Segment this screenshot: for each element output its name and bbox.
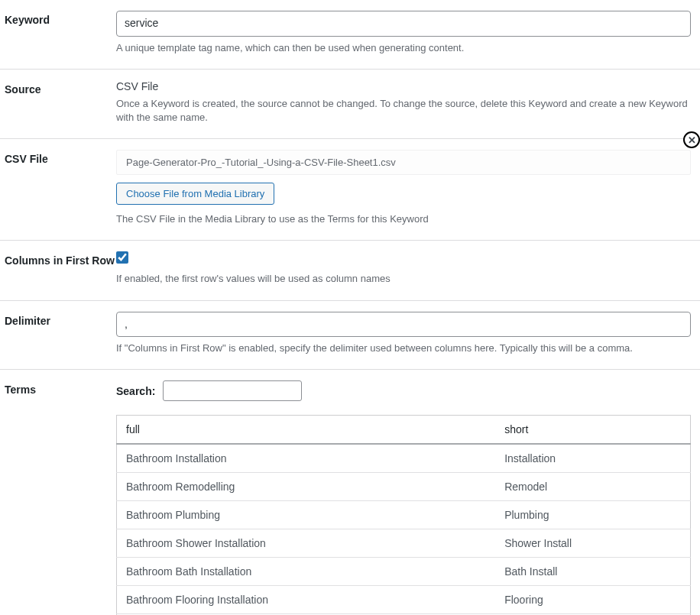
source-row: Source CSV File Once a Keyword is create… bbox=[0, 70, 700, 139]
term-short: Flooring bbox=[495, 586, 690, 614]
table-row: Bathroom InstallationInstallation bbox=[117, 444, 691, 473]
keyword-label: Keyword bbox=[5, 11, 116, 55]
term-full: Bathroom Bath Installation bbox=[117, 558, 496, 586]
csv-file-description: The CSV File in the Media Library to use… bbox=[116, 212, 691, 226]
term-full: Bathroom Installation bbox=[117, 444, 496, 473]
terms-table: full short Bathroom InstallationInstalla… bbox=[116, 415, 691, 615]
source-description: Once a Keyword is created, the source ca… bbox=[116, 97, 691, 125]
table-row: Bathroom RemodellingRemodel bbox=[117, 473, 691, 501]
source-value: CSV File bbox=[116, 80, 691, 92]
csv-file-row: CSV File Page-Generator-Pro_-Tutorial_-U… bbox=[0, 139, 700, 241]
delimiter-label: Delimiter bbox=[5, 312, 116, 356]
term-short: Shower Install bbox=[495, 529, 690, 558]
columns-first-row-description: If enabled, the first row's values will … bbox=[116, 272, 691, 286]
terms-label: Terms bbox=[5, 380, 116, 615]
terms-row: Terms Search: full short Bathroom Instal… bbox=[0, 370, 700, 615]
delimiter-description: If "Columns in First Row" is enabled, sp… bbox=[116, 341, 691, 355]
keyword-input[interactable] bbox=[116, 11, 691, 37]
keyword-description: A unique template tag name, which can th… bbox=[116, 41, 691, 55]
terms-search-input[interactable] bbox=[163, 380, 302, 401]
term-full: Bathroom Shower Installation bbox=[117, 529, 496, 558]
columns-first-row-checkbox[interactable] bbox=[116, 251, 128, 264]
table-row: Bathroom Bath InstallationBath Install bbox=[117, 558, 691, 586]
csv-file-label: CSV File bbox=[5, 150, 116, 226]
term-short: Bath Install bbox=[495, 558, 690, 586]
source-label: Source bbox=[5, 80, 116, 125]
term-full: Bathroom Flooring Installation bbox=[117, 586, 496, 614]
term-short: Installation bbox=[495, 444, 690, 473]
terms-header-full[interactable]: full bbox=[117, 416, 496, 445]
terms-search-label: Search: bbox=[116, 385, 155, 397]
term-short: Plumbing bbox=[495, 501, 690, 529]
choose-file-button[interactable]: Choose File from Media Library bbox=[116, 183, 274, 205]
term-full: Bathroom Remodelling bbox=[117, 473, 496, 501]
keyword-row: Keyword A unique template tag name, whic… bbox=[0, 0, 700, 70]
delimiter-input[interactable] bbox=[116, 312, 691, 338]
columns-first-row-row: Columns in First Row If enabled, the fir… bbox=[0, 241, 700, 300]
term-short: Remodel bbox=[495, 473, 690, 501]
columns-first-row-label: Columns in First Row bbox=[5, 251, 116, 286]
table-row: Bathroom PlumbingPlumbing bbox=[117, 501, 691, 529]
close-icon[interactable]: ✕ bbox=[683, 131, 700, 148]
delimiter-row: Delimiter If "Columns in First Row" is e… bbox=[0, 301, 700, 371]
table-row: Bathroom Flooring InstallationFlooring bbox=[117, 586, 691, 614]
term-full: Bathroom Plumbing bbox=[117, 501, 496, 529]
csv-filename-display: Page-Generator-Pro_-Tutorial_-Using-a-CS… bbox=[116, 150, 691, 175]
table-row: Bathroom Shower InstallationShower Insta… bbox=[117, 529, 691, 558]
terms-header-short[interactable]: short bbox=[495, 416, 690, 445]
